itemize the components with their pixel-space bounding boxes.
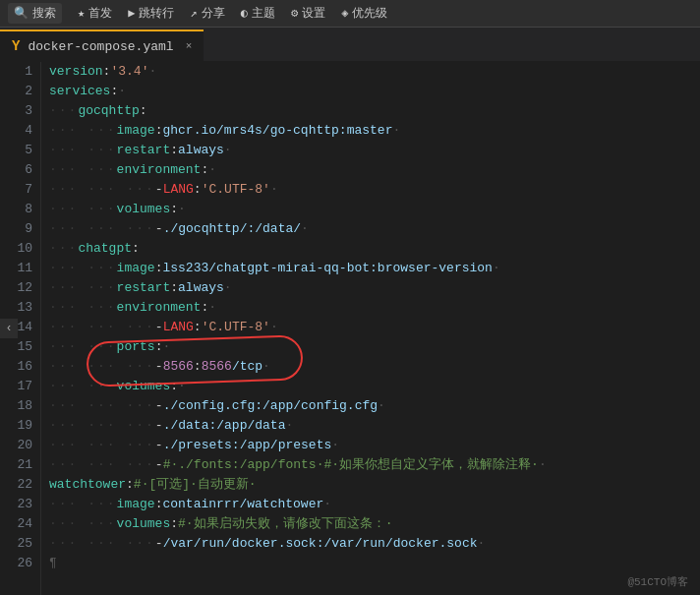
code-token: :	[201, 298, 208, 318]
indent-dots: ··· ··· ···	[49, 455, 155, 475]
nav-label-1: 首发	[88, 5, 112, 22]
code-token: :	[194, 318, 202, 337]
collapse-sidebar-button[interactable]: ‹	[0, 319, 18, 338]
code-line: ··· ··· image: containrrr/watchtower·	[49, 495, 700, 514]
code-token: :	[132, 239, 140, 259]
code-token: -	[155, 416, 163, 436]
indent-dots: ··· ···	[49, 121, 117, 141]
nav-label-2: 跳转行	[139, 5, 174, 22]
code-token: /tcp	[232, 357, 262, 377]
code-token: :	[170, 377, 178, 396]
nav-item-6[interactable]: ◈ 优先级	[341, 5, 387, 22]
indent-dots: ··· ···	[49, 495, 117, 514]
indent-dots: ··· ··· ···	[49, 357, 155, 377]
nav-item-2[interactable]: ▶ 跳转行	[128, 5, 174, 22]
code-token: -	[155, 534, 163, 554]
code-token: :	[155, 121, 163, 141]
line-number: 18	[8, 396, 32, 416]
line-number: 22	[8, 475, 32, 495]
code-line: ··· ··· volumes:·	[49, 377, 700, 396]
indent-dots: ··· ···	[49, 377, 117, 396]
line-number: 5	[8, 141, 32, 160]
line-number: 17	[8, 377, 32, 396]
code-token: 'C.UTF-8'	[202, 318, 270, 337]
nav-item-3[interactable]: ↗ 分享	[190, 5, 224, 22]
code-token: ./gocqhttp/:/data/	[163, 219, 301, 239]
line-number: 8	[8, 200, 32, 219]
code-token: watchtower	[49, 475, 126, 495]
code-token: volumes	[117, 200, 171, 219]
code-token: ·	[178, 377, 186, 396]
code-token: -	[155, 396, 163, 416]
top-nav: 🔍 搜索 ★ 首发 ▶ 跳转行 ↗ 分享 ◐ 主题 ⚙ 设置 ◈ 优先级	[0, 0, 700, 28]
code-token: ·	[270, 318, 278, 337]
code-line: ¶	[49, 554, 700, 573]
indent-dots: ··· ··· ···	[49, 396, 155, 416]
code-token: version	[49, 62, 103, 82]
code-line: ··· ··· restart: always·	[49, 278, 700, 298]
line-number: 23	[8, 495, 32, 514]
code-token: restart	[117, 141, 171, 160]
line-number: 3	[8, 101, 32, 121]
code-token: image	[117, 259, 155, 278]
watermark: @51CTO博客	[627, 574, 688, 589]
code-token: :	[155, 259, 163, 278]
indent-dots: ··· ···	[49, 200, 117, 219]
code-token: volumes	[117, 377, 171, 396]
indent-dots: ··· ···	[49, 259, 117, 278]
indent-dots: ··· ··· ···	[49, 318, 155, 337]
nav-item-4[interactable]: ◐ 主题	[241, 5, 275, 22]
code-token: containrrr/watchtower	[162, 495, 323, 514]
nav-label-3: 分享	[202, 5, 225, 22]
line-number: 15	[8, 337, 32, 357]
nav-label-5: 设置	[302, 5, 325, 22]
nav-label-4: 主题	[252, 5, 275, 22]
code-token: ·	[493, 259, 500, 278]
share-icon: ↗	[190, 6, 197, 21]
editor-area: ‹ 12345678910111213141516171819202122232…	[0, 62, 700, 595]
line-number: 16	[8, 357, 32, 377]
code-token: ·	[392, 121, 400, 141]
code-token: :	[170, 278, 178, 298]
code-token: ·	[208, 160, 216, 180]
code-token: /var/run/docker.sock:/var/run/docker.soc…	[163, 534, 478, 554]
code-token: -	[155, 219, 163, 239]
nav-item-1[interactable]: ★ 首发	[78, 5, 112, 22]
indent-dots: ··· ··· ···	[49, 436, 155, 455]
code-line: version: '3.4'·	[49, 62, 700, 82]
code-token: restart	[117, 278, 171, 298]
indent-dots: ···	[49, 101, 78, 121]
code-token: ./presets:/app/presets	[163, 436, 332, 455]
line-number: 10	[8, 239, 32, 259]
star-icon: ★	[78, 6, 85, 21]
code-token: #·./fonts:/app/fonts·#·如果你想自定义字体，就解除注释·	[163, 455, 539, 475]
indent-dots: ···	[49, 239, 78, 259]
code-line: ··· ··· volumes: #·如果启动失败，请修改下面这条：·	[49, 514, 700, 534]
code-token: -	[155, 318, 163, 337]
indent-dots: ··· ···	[49, 298, 117, 318]
nav-item-5[interactable]: ⚙ 设置	[291, 5, 325, 22]
code-token: :	[110, 82, 118, 101]
code-line: services:·	[49, 82, 700, 101]
code-token: :	[140, 101, 147, 121]
code-token: ·	[478, 534, 486, 554]
search-nav[interactable]: 🔍 搜索	[8, 3, 62, 24]
code-line: ··· ··· image: lss233/chatgpt-mirai-qq-b…	[49, 259, 700, 278]
code-token: volumes	[117, 514, 171, 534]
file-tab[interactable]: Y docker-compose.yaml ×	[0, 30, 204, 61]
line-number: 13	[8, 298, 32, 318]
code-token: :	[170, 200, 178, 219]
code-line: ··· ··· environment:·	[49, 160, 700, 180]
line-number: 24	[8, 514, 32, 534]
code-token: ./data:/app/data	[163, 416, 286, 436]
code-token: ·	[378, 396, 385, 416]
line-number: 6	[8, 160, 32, 180]
tab-close-button[interactable]: ×	[186, 40, 193, 52]
line-number: 2	[8, 82, 32, 101]
code-token: ports	[117, 337, 155, 357]
code-token: ·	[208, 298, 216, 318]
code-line: ··· ··· restart: always·	[49, 141, 700, 160]
line-number: 25	[8, 534, 32, 554]
priority-icon: ◈	[341, 6, 348, 21]
settings-icon: ⚙	[291, 6, 298, 21]
